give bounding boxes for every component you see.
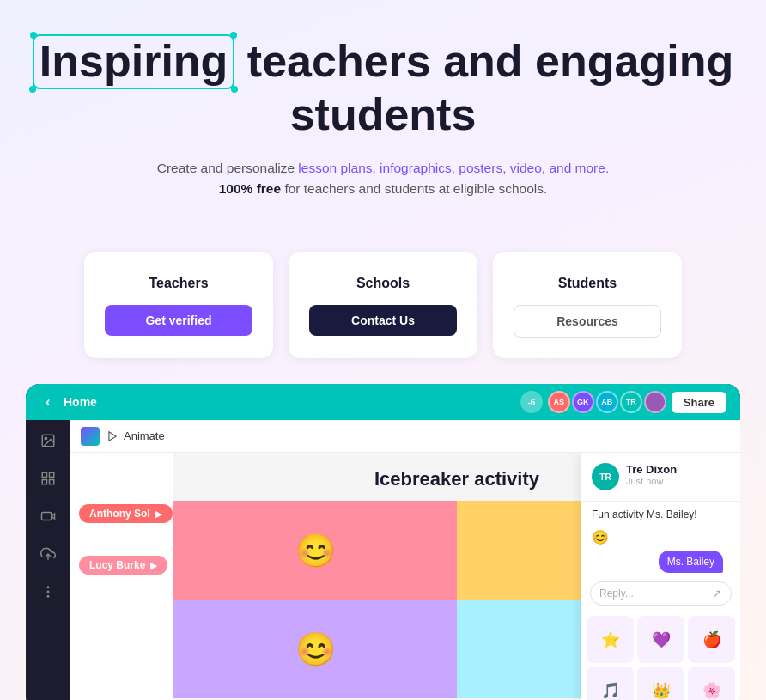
svg-rect-2	[42, 472, 46, 477]
subtitle-link[interactable]: lesson plans, infographics, posters, vid…	[298, 161, 609, 175]
chat-avatar: TR	[592, 463, 619, 490]
svg-rect-6	[42, 513, 52, 520]
avatar-ab: AB	[596, 391, 618, 413]
share-button[interactable]: Share	[672, 392, 726, 413]
highlight-word: Inspiring	[33, 34, 235, 89]
svg-rect-4	[42, 480, 46, 484]
students-card-title: Students	[558, 276, 617, 291]
sticker-grid: ⭐ 💜 🍎 🎵 👑 🌸	[581, 611, 740, 700]
sidebar-icon-more[interactable]	[38, 581, 58, 602]
svg-rect-3	[50, 472, 54, 477]
sticker-5: 👑	[637, 667, 684, 700]
sidebar-icon-video[interactable]	[38, 506, 58, 527]
emoji-cell-1: 😊	[173, 501, 457, 600]
svg-marker-12	[109, 431, 116, 441]
canvas-content: Icebreaker activity 😊 😄 😊 😎 Anthony Sol …	[70, 453, 740, 700]
sticker-4: 🎵	[587, 667, 634, 700]
emoji-cell-3: 😊	[173, 600, 457, 698]
chat-panel: TR Tre Dixon Just now Fun activity Ms. B…	[581, 453, 740, 700]
sticker-3: 🍎	[688, 616, 735, 663]
resources-button[interactable]: Resources	[514, 305, 661, 338]
animate-button[interactable]: Animate	[106, 429, 165, 442]
hero-subtitle: Create and personalize lesson plans, inf…	[143, 158, 623, 201]
schools-card-title: Schools	[356, 276, 410, 291]
get-verified-button[interactable]: Get verified	[105, 305, 252, 336]
contact-us-button[interactable]: Contact Us	[309, 305, 457, 336]
svg-point-11	[47, 596, 49, 598]
canva-logo	[81, 427, 100, 446]
name-tag-anthony: Anthony Sol ▶	[79, 504, 173, 523]
svg-point-1	[45, 437, 46, 439]
app-canvas: Animate Icebreaker activity 😊 😄 😊 😎 An	[70, 420, 740, 700]
chat-message: Fun activity Ms. Bailey!	[581, 502, 740, 527]
chat-header: TR Tre Dixon Just now	[581, 453, 740, 502]
chat-username: Tre Dixon	[626, 463, 677, 476]
sidebar-icon-images[interactable]	[38, 430, 58, 451]
sticker-6: 🌸	[688, 667, 735, 700]
svg-point-10	[47, 591, 49, 593]
chat-emoji: 😊	[581, 527, 740, 547]
app-topbar-left: ‹ Home	[40, 393, 97, 411]
send-icon[interactable]: ↗	[712, 587, 722, 600]
app-topbar-right: -6 AS GK AB TR Share	[520, 391, 726, 413]
reply-placeholder: Reply...	[599, 587, 634, 600]
back-arrow-icon[interactable]: ‹	[40, 393, 57, 411]
teachers-card-title: Teachers	[149, 276, 208, 291]
svg-point-9	[47, 587, 49, 588]
home-label: Home	[64, 395, 97, 409]
canvas-toolbar: Animate	[70, 420, 740, 453]
chat-bubble: Ms. Bailey	[659, 551, 723, 573]
app-sidebar	[26, 420, 70, 700]
hero-title: Inspiring teachers and engaging students	[17, 34, 749, 141]
avatar-gk: GK	[572, 391, 594, 413]
sidebar-icon-upload[interactable]	[38, 544, 58, 564]
cards-row: Teachers Get verified Schools Contact Us…	[0, 252, 766, 384]
teachers-card: Teachers Get verified	[84, 252, 273, 358]
chat-time: Just now	[626, 476, 677, 486]
avatar-tr: TR	[620, 391, 642, 413]
chat-reply-bar[interactable]: Reply... ↗	[590, 581, 732, 606]
hero-section: Inspiring teachers and engaging students…	[0, 0, 766, 252]
animate-label: Animate	[124, 429, 165, 442]
app-topbar: ‹ Home -6 AS GK AB TR Share	[26, 384, 740, 420]
chat-user-info: Tre Dixon Just now	[626, 463, 677, 486]
svg-rect-5	[50, 480, 54, 484]
sidebar-icon-elements[interactable]	[38, 468, 58, 489]
avatar-as: AS	[548, 391, 570, 413]
avatar-extra	[644, 391, 666, 413]
schools-card: Schools Contact Us	[289, 252, 477, 358]
name-tag-lucy: Lucy Burke ▶	[79, 556, 167, 575]
sticker-2: 💜	[637, 616, 684, 663]
students-card: Students Resources	[493, 252, 682, 358]
sticker-1: ⭐	[587, 616, 634, 663]
app-preview: ‹ Home -6 AS GK AB TR Share	[26, 384, 740, 700]
app-body: Animate Icebreaker activity 😊 😄 😊 😎 An	[26, 420, 740, 700]
avatar-count: -6	[520, 391, 543, 413]
